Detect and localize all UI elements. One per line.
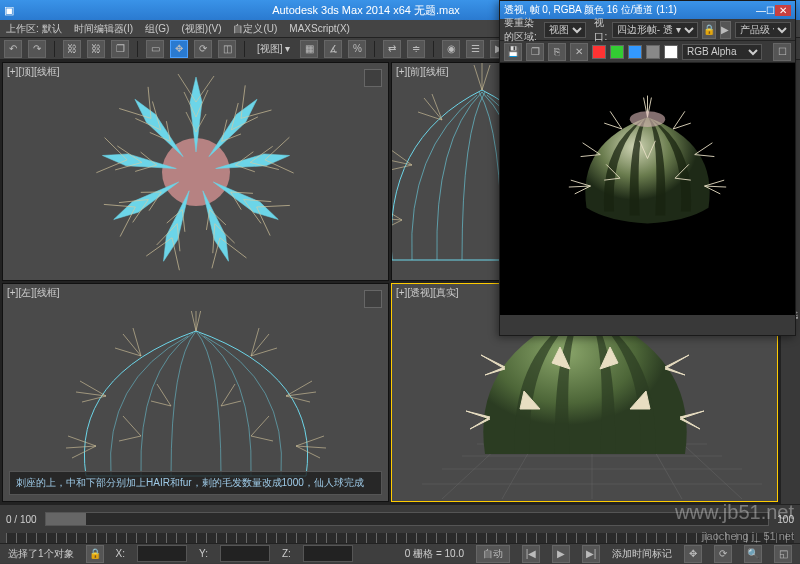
separator [374,41,375,57]
channel-green-icon[interactable] [610,45,624,59]
coord-z-input[interactable] [303,545,353,562]
svg-line-50 [119,436,141,441]
svg-line-41 [251,348,277,356]
rfw-maximize-button[interactable]: ☐ [766,5,775,16]
svg-line-42 [251,328,259,356]
render-frame-window[interactable]: 透视, 帧 0, RGBA 颜色 16 位/通道 (1:1) — ☐ ✕ 要重染… [499,0,796,336]
channel-mono-icon[interactable] [664,45,678,59]
lock-toggle-icon[interactable]: 🔒 [86,545,104,563]
snap-toggle[interactable]: ▦ [300,40,318,58]
svg-line-11 [391,165,412,170]
viewport-label[interactable]: [+][透视][真实] [396,286,459,300]
track-bar[interactable] [6,533,794,543]
svg-line-48 [296,446,326,448]
viewcube-icon[interactable] [364,290,382,308]
rfw-save-icon[interactable]: 💾 [504,43,522,61]
play-icon[interactable]: ▶ [552,545,570,563]
nav-max-icon[interactable]: ◱ [774,545,792,563]
play-prev-icon[interactable]: |◀ [522,545,540,563]
svg-line-35 [115,348,141,356]
cactus-model-top [66,62,326,281]
viewport-top[interactable]: [+][顶][线框] [2,62,389,281]
svg-line-38 [196,311,202,331]
select-button[interactable]: ▭ [146,40,164,58]
time-slider-row: 0 / 100 100 [0,505,800,533]
svg-line-34 [123,334,141,356]
rfw-clear-icon[interactable]: ✕ [570,43,588,61]
angle-snap[interactable]: ∡ [324,40,342,58]
viewport-label[interactable]: [+][左][线框] [7,286,60,300]
svg-line-43 [286,381,312,396]
svg-line-28 [68,436,96,446]
scale-button[interactable]: ◫ [218,40,236,58]
material-editor-button[interactable]: ◉ [442,40,460,58]
svg-line-17 [482,65,490,90]
svg-line-55 [251,416,269,436]
bind-button[interactable]: ❐ [111,40,129,58]
svg-line-33 [76,392,106,396]
workspace-label[interactable]: 上作区: 默认 [6,22,62,36]
time-slider[interactable] [45,512,770,526]
coord-x-input[interactable] [137,545,187,562]
rfw-close-button[interactable]: ✕ [775,5,791,16]
area-dropdown[interactable]: 视图 [544,22,586,38]
align-button[interactable]: ≑ [407,40,425,58]
viewcube-icon[interactable] [364,69,382,87]
menu-item[interactable]: 自定义(U) [233,22,277,36]
channel-dropdown[interactable]: RGB Alpha [682,44,762,60]
viewport-left[interactable]: [+][左][线框] [2,283,389,502]
separator [137,41,138,57]
svg-line-51 [157,384,171,406]
channel-red-icon[interactable] [592,45,606,59]
separator [433,41,434,57]
caption-overlay: 刺座的上，中和下部分别加上HAIR和fur，剌的毛发数量改成1000，仙人球完成 [9,471,382,495]
render-setup-button[interactable]: ☰ [466,40,484,58]
cactus-model-left [46,311,346,491]
mirror-button[interactable]: ⇄ [383,40,401,58]
coord-x-label: X: [116,548,125,559]
nav-orbit-icon[interactable]: ⟳ [714,545,732,563]
svg-line-30 [66,446,96,448]
render-preset-dropdown[interactable]: 产品级 ▾ [735,22,791,38]
percent-snap[interactable]: % [348,40,366,58]
undo-button[interactable]: ↶ [4,40,22,58]
link-button[interactable]: ⛓ [63,40,81,58]
svg-line-8 [391,220,402,230]
viewport-label[interactable]: [+][顶][线框] [7,65,60,79]
area-label: 要重染的区域: [504,16,540,44]
status-bar: 选择了1个对象 🔒 X: Y: Z: 0 栅格 = 10.0 自动 |◀ ▶ ▶… [0,543,800,563]
rfw-clone-icon[interactable]: ⎘ [548,43,566,61]
coord-z-label: Z: [282,548,291,559]
svg-line-16 [474,65,482,90]
menu-item[interactable]: 组(G) [145,22,169,36]
svg-line-10 [391,147,412,165]
unlink-button[interactable]: ⛓ [87,40,105,58]
coord-y-input[interactable] [220,545,270,562]
nav-zoom-icon[interactable]: 🔍 [744,545,762,563]
time-tag-label[interactable]: 添加时间标记 [612,547,672,561]
menu-item[interactable]: 时间编辑器(I) [74,22,133,36]
rotate-button[interactable]: ⟳ [194,40,212,58]
viewport-preset-dropdown[interactable]: 四边形帧- 透 ▾ [612,22,698,38]
auto-key-button[interactable]: 自动 [476,545,510,563]
rfw-minimize-button[interactable]: — [756,5,766,16]
channel-alpha-icon[interactable] [646,45,660,59]
menu-item[interactable]: MAXScript(X) [289,23,350,34]
svg-line-40 [251,334,269,356]
render-go-icon[interactable]: ▶ [720,21,731,39]
render-output [500,63,795,315]
viewport-label[interactable]: [+][前][线框] [396,65,449,79]
rfw-copy-icon[interactable]: ❐ [526,43,544,61]
rfw-toggle-icon[interactable]: ☐ [773,43,791,61]
coord-dropdown[interactable]: [视图] ▾ [253,42,294,56]
move-button[interactable]: ✥ [170,40,188,58]
svg-line-53 [221,384,235,406]
svg-line-32 [82,396,106,402]
menu-item[interactable]: (视图)(V) [181,22,221,36]
play-next-icon[interactable]: ▶| [582,545,600,563]
render-lock-icon[interactable]: 🔒 [702,21,716,39]
svg-line-46 [296,436,324,446]
channel-blue-icon[interactable] [628,45,642,59]
nav-pan-icon[interactable]: ✥ [684,545,702,563]
redo-button[interactable]: ↷ [28,40,46,58]
